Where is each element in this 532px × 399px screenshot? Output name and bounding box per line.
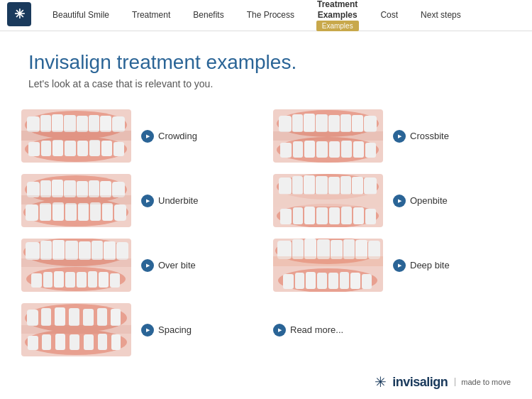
svg-rect-88 bbox=[79, 241, 91, 260]
svg-rect-20 bbox=[113, 142, 124, 156]
nav-item-treatment-examples[interactable]: TreatmentExamples bbox=[306, 0, 369, 20]
svg-rect-70 bbox=[352, 177, 363, 195]
svg-rect-136 bbox=[84, 334, 94, 350]
openbite-label: Openbite bbox=[410, 195, 448, 206]
nav-item-cost[interactable]: Cost bbox=[369, 10, 409, 20]
svg-rect-105 bbox=[292, 239, 304, 259]
svg-text:✳: ✳ bbox=[14, 7, 25, 21]
svg-rect-54 bbox=[40, 203, 51, 221]
svg-rect-137 bbox=[98, 334, 107, 350]
svg-rect-41 bbox=[273, 131, 383, 141]
svg-rect-93 bbox=[31, 273, 42, 288]
tooth-image-crossbite bbox=[273, 109, 383, 163]
svg-rect-79 bbox=[353, 207, 364, 224]
svg-rect-125 bbox=[41, 308, 51, 326]
read-more-section: Read more... bbox=[266, 297, 518, 362]
crowding-button[interactable]: Crowding bbox=[141, 130, 197, 143]
svg-rect-36 bbox=[316, 141, 328, 158]
underbite-label: Underbite bbox=[158, 195, 198, 206]
tooth-image-underbite bbox=[21, 174, 131, 227]
svg-rect-98 bbox=[88, 271, 97, 288]
svg-rect-46 bbox=[52, 180, 63, 197]
deepbite-arrow-icon bbox=[393, 259, 406, 272]
svg-rect-68 bbox=[328, 177, 340, 195]
svg-rect-67 bbox=[316, 176, 328, 195]
svg-rect-26 bbox=[304, 114, 315, 132]
deepbite-button[interactable]: Deep bite bbox=[393, 259, 450, 272]
nav-logo[interactable]: ✳ bbox=[7, 2, 41, 29]
nav-item-treatment[interactable]: Treatment bbox=[121, 10, 182, 20]
svg-rect-17 bbox=[77, 141, 88, 156]
bottom-section: Spacing Read more... bbox=[0, 297, 532, 362]
svg-rect-87 bbox=[65, 241, 78, 260]
svg-rect-33 bbox=[280, 143, 292, 158]
svg-rect-76 bbox=[316, 207, 328, 224]
svg-rect-59 bbox=[102, 203, 113, 221]
tooth-image-openbite bbox=[273, 174, 383, 227]
svg-rect-16 bbox=[65, 141, 76, 156]
svg-rect-107 bbox=[317, 239, 330, 259]
svg-rect-6 bbox=[52, 114, 63, 132]
svg-rect-45 bbox=[40, 180, 51, 197]
nav-item-beautiful-smile[interactable]: Beautiful Smile bbox=[41, 10, 121, 20]
svg-rect-38 bbox=[341, 141, 352, 158]
read-more-arrow-icon bbox=[273, 324, 286, 337]
nav-item-next-steps[interactable]: Next steps bbox=[409, 10, 472, 20]
svg-rect-74 bbox=[293, 207, 303, 224]
nav-item-the-process[interactable]: The Process bbox=[235, 10, 306, 20]
brand-name: invisalign bbox=[392, 375, 448, 390]
svg-rect-48 bbox=[77, 181, 88, 197]
svg-rect-108 bbox=[331, 240, 343, 259]
svg-rect-91 bbox=[116, 242, 128, 260]
footer: ✳ invisalign made to move bbox=[375, 373, 511, 390]
svg-rect-39 bbox=[353, 141, 364, 158]
nav-item-treatment-examples-wrapper: TreatmentExamples Examples bbox=[306, 0, 369, 31]
svg-rect-116 bbox=[317, 273, 327, 289]
crossbite-button[interactable]: Crossbite bbox=[393, 130, 449, 143]
underbite-button[interactable]: Underbite bbox=[141, 195, 198, 207]
spacing-button[interactable]: Spacing bbox=[141, 324, 192, 337]
openbite-arrow-icon bbox=[393, 195, 406, 207]
svg-rect-90 bbox=[104, 241, 116, 260]
deepbite-label: Deep bite bbox=[410, 260, 450, 270]
brand-star-icon: ✳ bbox=[375, 373, 387, 390]
page-title: Invisalign treatment examples. bbox=[28, 51, 504, 74]
svg-rect-19 bbox=[101, 141, 112, 156]
svg-rect-99 bbox=[99, 272, 109, 288]
overbite-button[interactable]: Over bite bbox=[141, 259, 196, 272]
svg-rect-8 bbox=[77, 116, 88, 132]
nav-item-benefits[interactable]: Benefits bbox=[182, 10, 235, 20]
svg-rect-75 bbox=[304, 207, 315, 224]
example-deepbite: Deep bite bbox=[266, 233, 518, 297]
svg-rect-96 bbox=[65, 272, 75, 288]
svg-rect-134 bbox=[55, 334, 65, 350]
svg-rect-69 bbox=[340, 176, 351, 195]
svg-rect-126 bbox=[55, 307, 65, 326]
svg-rect-27 bbox=[316, 114, 328, 132]
svg-rect-121 bbox=[273, 256, 383, 266]
svg-rect-11 bbox=[112, 116, 125, 132]
svg-rect-109 bbox=[343, 239, 355, 259]
svg-rect-5 bbox=[40, 115, 51, 132]
svg-rect-138 bbox=[111, 334, 121, 350]
svg-rect-13 bbox=[28, 142, 40, 156]
underbite-arrow-icon bbox=[141, 195, 154, 207]
svg-rect-81 bbox=[273, 194, 383, 207]
brand-tagline: made to move bbox=[455, 378, 511, 386]
svg-rect-66 bbox=[304, 175, 315, 195]
svg-rect-47 bbox=[64, 180, 76, 197]
svg-rect-61 bbox=[21, 195, 131, 204]
svg-rect-85 bbox=[40, 241, 52, 260]
svg-rect-31 bbox=[364, 116, 377, 132]
svg-rect-44 bbox=[27, 182, 40, 197]
example-underbite: Underbite bbox=[14, 168, 266, 233]
read-more-button[interactable]: Read more... bbox=[273, 324, 343, 337]
svg-rect-106 bbox=[304, 239, 316, 259]
svg-rect-113 bbox=[283, 274, 294, 289]
svg-rect-100 bbox=[110, 273, 120, 288]
svg-rect-84 bbox=[26, 242, 40, 260]
examples-grid: Crowding bbox=[0, 97, 532, 297]
overbite-arrow-icon bbox=[141, 259, 154, 272]
example-overbite: Over bite bbox=[14, 233, 266, 297]
openbite-button[interactable]: Openbite bbox=[393, 195, 448, 207]
